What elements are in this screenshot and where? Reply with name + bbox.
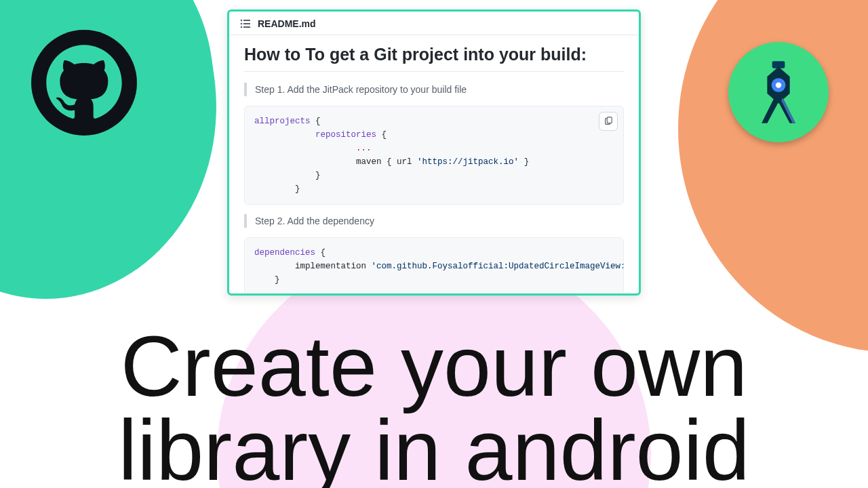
step2-blockquote: Step 2. Add the dependency	[244, 214, 624, 228]
main-title: Create your own library in android	[0, 325, 868, 488]
copy-icon[interactable]	[599, 112, 618, 131]
svg-rect-5	[243, 20, 250, 21]
svg-rect-11	[607, 117, 612, 123]
kw-repositories: repositories	[315, 130, 376, 140]
code-block-1: allprojects { repositories { ... maven {…	[244, 106, 624, 205]
readme-body: How to To get a Git project into your bu…	[229, 35, 639, 296]
kw-url: url	[397, 157, 412, 167]
github-icon	[31, 30, 137, 136]
title-line-2: library in android	[0, 409, 868, 488]
svg-rect-7	[243, 23, 250, 24]
readme-panel: README.md How to To get a Git project in…	[227, 9, 641, 296]
kw-implementation: implementation	[295, 262, 366, 271]
title-line-1: Create your own	[0, 325, 868, 409]
readme-filename: README.md	[258, 18, 316, 29]
readme-heading: How to To get a Git project into your bu…	[244, 45, 624, 72]
svg-point-3	[776, 82, 781, 87]
code-block-2: dependencies { implementation 'com.githu…	[244, 237, 624, 296]
dep-value: 'com.github.Foysalofficial:UpdatedCircle…	[372, 262, 624, 271]
android-studio-icon	[728, 42, 829, 142]
kw-dependencies: dependencies	[254, 248, 315, 258]
svg-point-6	[241, 23, 243, 25]
kw-dots: ...	[356, 144, 372, 153]
kw-maven: maven	[356, 157, 382, 167]
readme-header: README.md	[229, 12, 639, 35]
toc-icon[interactable]	[240, 19, 251, 28]
svg-rect-9	[243, 26, 250, 28]
svg-point-4	[241, 20, 243, 22]
step1-blockquote: Step 1. Add the JitPack repository to yo…	[244, 83, 624, 96]
kw-allprojects: allprojects	[254, 117, 311, 126]
svg-point-8	[241, 26, 243, 28]
url-value: 'https://jitpack.io'	[417, 157, 519, 167]
